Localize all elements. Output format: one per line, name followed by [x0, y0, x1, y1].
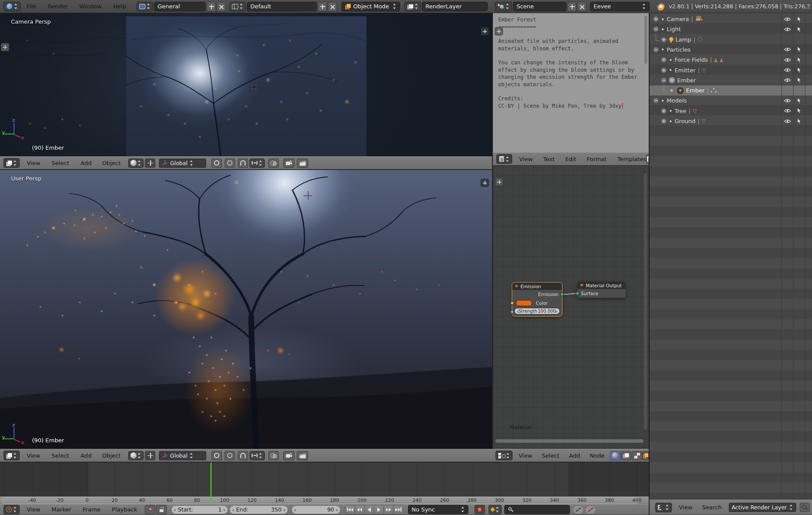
selectability-cursor-icon[interactable] [793, 98, 805, 104]
node-material-output[interactable]: Material Output Surface [577, 282, 626, 298]
outliner-item-label[interactable]: Ember [686, 87, 704, 94]
node-input-strength[interactable]: Strength100.000 [512, 307, 562, 316]
proportional-edit-button[interactable] [225, 159, 235, 168]
mode-dropdown[interactable]: Object Mode [341, 2, 400, 11]
menu-view[interactable]: View [679, 504, 692, 511]
collapse-triangle-icon[interactable] [580, 284, 584, 287]
shader-node-editor[interactable]: Emission Emission Color Strength100.000 [492, 166, 649, 449]
outliner-row-force-fields[interactable]: +Force Fields|YY [650, 55, 812, 65]
editor-type-3d-button[interactable] [4, 158, 20, 168]
overlays-button[interactable] [268, 159, 279, 168]
workspace-type-button[interactable] [137, 2, 153, 11]
visibility-eye-icon[interactable] [781, 68, 793, 72]
strength-slider[interactable]: Strength100.000 [514, 308, 560, 314]
editor-type-timeline-button[interactable] [4, 505, 20, 514]
text-scrollbar[interactable] [644, 16, 647, 64]
visibility-eye-icon[interactable] [781, 99, 793, 103]
jump-to-start-button[interactable] [345, 505, 355, 514]
visibility-eye-icon[interactable] [781, 58, 793, 62]
viewport-camera[interactable]: Camera Persp z y x (90) Ember [0, 13, 492, 156]
render-layer-type-button[interactable] [404, 2, 421, 11]
menu-select[interactable]: Select [52, 160, 69, 166]
axis-gizmo[interactable]: z y x [2, 117, 26, 142]
ruler-scrollbar[interactable] [1, 497, 639, 504]
menu-add[interactable]: Add [81, 452, 91, 459]
keying-set-button[interactable] [489, 505, 502, 514]
expand-toggle-icon[interactable]: + [661, 67, 667, 73]
selectability-cursor-icon[interactable] [793, 57, 805, 63]
node-emission[interactable]: Emission Emission Color Strength100.000 [512, 282, 562, 316]
visibility-eye-icon[interactable] [781, 17, 793, 21]
menu-text[interactable]: Text [543, 156, 555, 162]
outliner-row-ember[interactable]: −Ember [650, 75, 812, 85]
input-socket[interactable] [576, 292, 579, 295]
add-camera-button[interactable] [283, 159, 295, 168]
select-mode-button[interactable] [128, 159, 144, 168]
node-input-color[interactable]: Color [512, 299, 562, 307]
menu-object[interactable]: Object [102, 160, 120, 166]
editor-type-text-button[interactable] [496, 154, 512, 164]
menu-playback[interactable]: Playback [112, 506, 137, 513]
outliner-row-ember[interactable]: +▼Ember| [650, 85, 812, 95]
render-layer-field[interactable]: RenderLayer [422, 2, 488, 11]
menu-add[interactable]: Add [569, 452, 580, 459]
timeline-ruler[interactable]: -40-200204060801001201401601802002202402… [0, 496, 649, 504]
color-swatch[interactable] [516, 300, 532, 306]
outliner-row-light[interactable]: −Light [650, 24, 812, 34]
area-plus-handle[interactable] [1, 43, 9, 51]
outliner-item-label[interactable]: Light [667, 26, 681, 32]
overlays-button[interactable] [268, 451, 279, 460]
active-keying-set-field[interactable] [504, 505, 570, 514]
collapse-triangle-icon[interactable] [515, 285, 518, 288]
selectability-cursor-icon[interactable] [793, 16, 805, 22]
scene-add-button[interactable] [567, 2, 576, 11]
play-reverse-button[interactable] [365, 505, 374, 514]
node-header[interactable]: Material Output [577, 282, 626, 289]
menu-render[interactable]: Render [48, 3, 68, 10]
expand-toggle-icon[interactable]: + [661, 118, 667, 124]
previous-keyframe-button[interactable] [355, 505, 365, 514]
timeline-track[interactable] [0, 462, 649, 496]
shader-type-world-button[interactable] [621, 451, 631, 460]
scene-type-button[interactable] [495, 2, 512, 11]
workspace-field[interactable]: General [154, 2, 206, 11]
text-editor[interactable]: Ember Forest============ Animated file w… [492, 13, 649, 152]
menu-marker[interactable]: Marker [52, 506, 71, 513]
expand-toggle-icon[interactable]: + [661, 37, 667, 42]
outliner-item-label[interactable]: Emitter [675, 67, 696, 74]
menu-view[interactable]: View [519, 156, 533, 162]
selectability-cursor-icon[interactable] [793, 46, 805, 53]
outliner-item-label[interactable]: Particles [667, 46, 691, 53]
editor-type-node-button[interactable] [496, 451, 513, 460]
menu-search[interactable]: Search [702, 504, 722, 511]
add-camera-button[interactable] [283, 451, 295, 460]
outliner-item-label[interactable]: Ground [675, 118, 696, 124]
outliner[interactable]: +Camera|−Light+Lamp|−Particles+Force Fie… [649, 13, 812, 515]
use-nodes-cube-button[interactable] [642, 451, 649, 460]
menu-window[interactable]: Window [79, 3, 102, 10]
menu-frame[interactable]: Frame [83, 506, 101, 513]
layout-type-button[interactable] [229, 2, 246, 11]
scene-field[interactable]: Scene [513, 2, 566, 11]
outliner-item-label[interactable]: Tree [675, 108, 686, 114]
output-socket[interactable] [560, 293, 564, 296]
selectability-cursor-icon[interactable] [793, 118, 805, 124]
area-plus-handle[interactable] [495, 27, 503, 35]
snap-target-button[interactable] [250, 159, 265, 168]
transform-gizmo-button[interactable] [145, 451, 155, 460]
menu-view[interactable]: View [27, 452, 40, 459]
visibility-eye-icon[interactable] [781, 119, 793, 123]
selectability-cursor-icon[interactable] [793, 77, 805, 83]
viewport-user[interactable]: User Persp z y x (90) Ember [0, 169, 492, 449]
scene-close-button[interactable] [577, 2, 587, 11]
visibility-eye-icon[interactable] [781, 47, 793, 52]
orientation-dropdown[interactable]: Global [159, 451, 206, 460]
pivot-point-button[interactable] [211, 159, 222, 168]
menu-format[interactable]: Format [587, 156, 607, 162]
outliner-item-label[interactable]: Models [667, 97, 687, 104]
jump-to-end-button[interactable] [394, 505, 403, 514]
menu-templates[interactable]: Templates [617, 156, 646, 162]
shader-type-linestyle-button[interactable] [632, 451, 642, 460]
outliner-row-ground[interactable]: +Ground|▽ [650, 116, 812, 126]
outliner-row-emitter[interactable]: +Emitter|▽ [650, 65, 812, 75]
